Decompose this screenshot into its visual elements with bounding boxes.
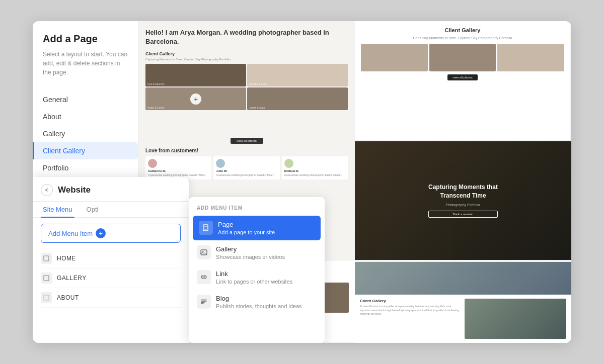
right-bottom-text-block: Client Gallery At heart Nirvana is a sto… [360,299,462,339]
testimonials-row: Catherine R. A passionate wedding photog… [145,156,348,179]
gallery-cell-4: Jessie & Ayan [247,87,348,110]
menu-label-about: ABOUT [57,294,79,301]
testimonial-2: Julie W. A passionate wedding photograph… [213,156,279,179]
gallery-cell-1: Una & Spencer [145,64,246,86]
menu-list: HOME GALLERY ABOUT [33,249,189,343]
link-item-content: Link Link to pages or other websites [216,270,292,285]
nav-item-portfolio[interactable]: Portfolio [33,159,138,176]
dropdown-item-page[interactable]: Page Add a page to your site [193,216,321,240]
dropdown-item-gallery[interactable]: Gallery Showcase images or videos [189,240,325,265]
website-tabs: Site Menu Opti [33,202,189,218]
photo-3 [497,44,564,71]
couple-label-2: Claudia & Sean [249,82,267,85]
gallery-icon [41,272,52,284]
card1-title: Client Gallery [361,27,564,33]
blog-item-content: Blog Publish stories, thoughts and ideas [216,295,302,309]
photo-1 [361,44,428,71]
card2-text: Capturing Moments that Transcend Time Ph… [428,183,498,218]
preview-card-1[interactable]: Client Gallery Capturing Moments in Time… [355,21,571,141]
avatar-3 [284,159,293,168]
menu-item-about[interactable]: ABOUT [41,288,181,308]
nav-item-gallery[interactable]: Gallery [33,125,138,142]
gallery-dropdown-icon [197,245,211,259]
home-icon [41,253,52,264]
menu-label-home: HOME [57,255,76,262]
center-view-all-btn[interactable]: view all photos [231,138,263,144]
testimonial-1: Catherine R. A passionate wedding photog… [145,156,211,179]
add-page-description: Select a layout to start. You can add, e… [43,50,128,77]
couple-label-1: Una & Spencer [147,82,165,85]
card2-btn[interactable]: Book a session [428,211,498,218]
preview-card-right-bottom[interactable]: Client Gallery At heart Nirvana is a sto… [355,261,571,343]
nav-item-about[interactable]: About [33,108,138,125]
gallery-grid: Una & Spencer Claudia & Sean + Nadia & C… [145,64,348,134]
page-icon [199,221,213,235]
card1-btn[interactable]: view all photos [447,74,478,80]
menu-item-gallery[interactable]: GALLERY [41,268,181,288]
gallery-cell-3: + Nadia & Carlos [145,87,246,110]
dropdown-item-link[interactable]: Link Link to pages or other websites [189,265,325,290]
couple-label-4: Jessie & Ayan [249,106,265,109]
page-item-title: Page [218,221,275,228]
gallery-cell-2: Claudia & Sean [247,64,348,86]
menu-item-home[interactable]: HOME [41,249,181,268]
right-bottom-label: Client Gallery [360,299,462,303]
add-page-title: Add a Page [43,33,128,45]
svg-rect-0 [44,256,49,261]
left-panel-header: Add a Page Select a layout to start. You… [33,33,138,91]
svg-rect-1 [44,276,49,281]
plus-icon: + [190,94,201,105]
testimonial-name-2: Julie W. [216,169,277,172]
svg-rect-7 [201,250,207,255]
testimonial-name-1: Catherine R. [148,169,209,172]
main-container: Add a Page Select a layout to start. You… [33,21,571,343]
testimonial-text-2: A passionate wedding photographer based … [216,173,277,177]
preview-card-2[interactable]: Capturing Moments that Transcend Time Ph… [355,141,571,261]
card2-heading: Capturing Moments that Transcend Time [428,183,498,200]
right-bottom-text: At heart Nirvana is a storyteller who pa… [360,305,462,316]
nav-item-general[interactable]: General [33,91,138,108]
website-panel: < Website Site Menu Opti Add Menu Item + [33,177,189,343]
gallery-item-content: Gallery Showcase images or videos [216,245,285,260]
back-button[interactable]: < [41,184,53,196]
add-icon: + [96,228,106,238]
avatar-2 [216,159,225,168]
tab-site-menu[interactable]: Site Menu [41,202,74,217]
blog-item-desc: Publish stories, thoughts and ideas [216,303,302,309]
center-gallery-sub: Capturing Moments in Time. Caption Say P… [145,58,348,61]
page-item-content: Page Add a page to your site [218,221,275,235]
card2-subtext: Photography Portfolio [428,203,498,207]
testimonial-name-3: Michael D. [284,169,345,172]
center-hero-text: Hello! I am Arya Morgan. A wedding photo… [145,28,348,46]
svg-rect-2 [44,295,49,300]
link-item-desc: Link to pages or other websites [216,279,292,285]
gallery-item-desc: Showcase images or videos [216,254,285,260]
testimonial-3: Michael D. A passionate wedding photogra… [282,156,348,179]
love-section: Love from customers! Catherine R. A pass… [145,148,348,179]
link-dropdown-icon [197,270,211,284]
gallery-item-title: Gallery [216,245,285,253]
right-bottom-img-side [465,299,566,339]
right-bottom-img-top [355,262,571,295]
menu-label-gallery: GALLERY [57,275,87,282]
center-gallery-title: Client Gallery [145,51,348,56]
website-title: Website [58,185,91,195]
avatar-1 [148,159,157,168]
dropdown-header: ADD MENU ITEM [189,205,325,216]
nav-item-client-gallery[interactable]: Client Gallery [33,142,138,159]
about-icon [41,292,52,303]
add-menu-item-button[interactable]: Add Menu Item + [41,224,181,243]
svg-point-8 [202,251,203,252]
tab-options[interactable]: Opti [85,202,101,217]
testimonial-text-3: A passionate wedding photographer based … [284,173,345,177]
love-title: Love from customers! [145,148,348,153]
photo-2 [429,44,496,71]
dropdown-item-blog[interactable]: Blog Publish stories, thoughts and ideas [189,290,325,314]
add-menu-dropdown: ADD MENU ITEM Page Add a page to your si… [189,197,325,343]
card1-subtitle: Capturing Moments in Time. Caption Say P… [361,36,564,40]
link-item-title: Link [216,270,292,278]
website-panel-header: < Website [33,177,189,202]
couple-label-3: Nadia & Carlos [147,106,165,109]
blog-dropdown-icon [197,295,211,309]
page-item-desc: Add a page to your site [218,229,275,235]
